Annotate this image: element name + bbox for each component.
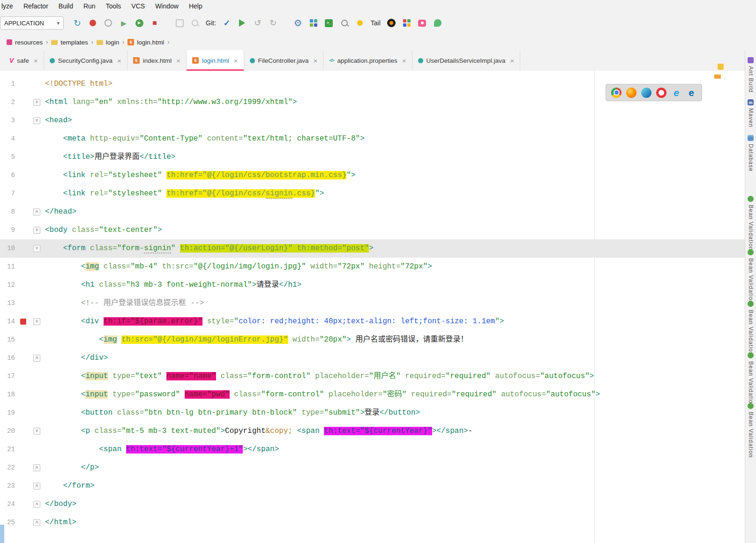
tab-login.html[interactable]: 5login.html× <box>187 50 244 71</box>
line-number[interactable]: 3 <box>0 112 15 130</box>
line-number[interactable]: 18 <box>0 386 15 404</box>
fold-marker-icon[interactable]: ∧ <box>33 464 40 471</box>
edge-icon[interactable] <box>641 88 651 98</box>
fold-marker-icon[interactable]: ∨ <box>33 99 40 106</box>
close-icon[interactable]: × <box>402 57 406 65</box>
code-line[interactable]: 17 <input type="text" name="name" class=… <box>0 367 745 386</box>
edgeold-icon[interactable]: e <box>686 88 696 98</box>
code-line[interactable]: 14∨ <div th:if="${param.error}" style="c… <box>0 312 745 331</box>
logo-q-icon[interactable] <box>387 18 396 28</box>
tool-stripe-bean-validation[interactable]: Bean Validation <box>745 352 756 407</box>
menu-item-help[interactable]: Help <box>184 2 208 10</box>
code-line[interactable]: 24∧</body> <box>0 495 745 513</box>
line-number[interactable]: 15 <box>0 331 15 349</box>
line-number[interactable]: 19 <box>0 404 15 422</box>
code-line[interactable]: 3∨<head> <box>0 112 745 130</box>
menu-item-window[interactable]: Window <box>150 2 184 10</box>
line-number[interactable]: 4 <box>0 130 15 148</box>
tab-FileController.java[interactable]: FileController.java× <box>244 50 324 71</box>
line-number[interactable]: 8 <box>0 203 15 221</box>
code-line[interactable]: 9∨<body class="text-center"> <box>0 221 745 239</box>
editor[interactable]: 1<!DOCTYPE html>2∨<html lang="en" xmlns:… <box>0 71 745 543</box>
line-number[interactable]: 10 <box>0 239 15 258</box>
menu-item-tools[interactable]: Tools <box>101 2 127 10</box>
logo-grid-icon[interactable] <box>402 18 412 28</box>
breadcrumb-item-login.html[interactable]: 5login.html <box>127 39 164 46</box>
tab-SecurityConfig.java[interactable]: SecurityConfig.java× <box>44 50 127 71</box>
line-number[interactable]: 11 <box>0 258 15 276</box>
code-line[interactable]: 19 <button class="btn btn-lg btn-primary… <box>0 404 745 422</box>
fold-marker-icon[interactable]: ∨ <box>33 318 40 325</box>
line-number[interactable]: 17 <box>0 367 15 386</box>
line-number[interactable]: 1 <box>0 75 15 93</box>
menu-item-refactor[interactable]: Refactor <box>18 2 53 10</box>
close-icon[interactable]: × <box>314 57 318 65</box>
code-line[interactable]: 25∧</html> <box>0 513 745 532</box>
tool-stripe-bean-validation[interactable]: Bean Validation <box>745 403 756 458</box>
menu-item-build[interactable]: Build <box>53 2 78 10</box>
code-line[interactable]: 11 <img class="mb-4" th:src="@{/login/im… <box>0 258 745 276</box>
breakpoint-icon[interactable] <box>20 319 26 325</box>
settings-gear-icon[interactable]: ⚙ <box>293 18 303 28</box>
code-line[interactable]: 20∨ <p class="mt-5 mb-3 text-muted">Copy… <box>0 422 745 440</box>
breadcrumb-item-templates[interactable]: templates <box>51 39 88 46</box>
fold-marker-icon[interactable]: ∧ <box>33 501 40 508</box>
debug-icon[interactable] <box>88 18 97 28</box>
code-line[interactable]: 23∧ </form> <box>0 477 745 495</box>
line-number[interactable]: 14 <box>0 312 15 331</box>
fold-marker-icon[interactable]: ∧ <box>33 208 40 216</box>
line-number[interactable]: 22 <box>0 459 15 477</box>
line-number[interactable]: 2 <box>0 93 15 112</box>
line-number[interactable]: 21 <box>0 440 15 459</box>
firefox-icon[interactable] <box>626 88 636 98</box>
line-number[interactable]: 6 <box>0 166 15 185</box>
run-icon[interactable]: ▶ <box>119 18 128 28</box>
fold-marker-icon[interactable]: ∨ <box>33 428 40 435</box>
line-number[interactable]: 13 <box>0 294 15 312</box>
menu-item-vcs[interactable]: VCS <box>126 2 150 10</box>
line-number[interactable]: 5 <box>0 148 15 166</box>
menu-item-lyze[interactable]: lyze <box>0 2 18 10</box>
inspections-widget[interactable] <box>718 64 724 70</box>
code-line[interactable]: 6 <link rel="stylesheet" th:href="@{/log… <box>0 166 745 185</box>
tool-stripe-bean-validation[interactable]: Bean Validation <box>745 196 756 251</box>
tool-stripe-maven[interactable]: mMaven <box>745 99 756 127</box>
logo-pink-icon[interactable] <box>418 18 427 28</box>
line-number[interactable]: 20 <box>0 422 15 440</box>
rerun-icon[interactable]: ▶ <box>135 18 144 28</box>
line-number[interactable]: 16 <box>0 349 15 367</box>
fold-marker-icon[interactable]: ∧ <box>33 355 40 362</box>
code-line[interactable]: 18 <input type="password" name="pwd" cla… <box>0 386 745 404</box>
code-line[interactable]: 15 <img th:src="@{/login/img/loginError.… <box>0 331 745 349</box>
tool-stripe-ant-build[interactable]: Ant Build <box>745 57 756 93</box>
close-icon[interactable]: × <box>510 57 514 65</box>
tool-stripe-bean-validation[interactable]: Bean Validation <box>745 301 756 356</box>
sync-icon[interactable]: ↻ <box>73 18 82 28</box>
tab-safe[interactable]: Vsafe× <box>4 50 44 71</box>
tab-UserDetailsServiceImpl.java[interactable]: UserDetailsServiceImpl.java× <box>412 50 521 71</box>
code-line[interactable]: 22∧ </p> <box>0 459 745 477</box>
chrome-icon[interactable] <box>611 88 621 98</box>
logo-plant-icon[interactable] <box>433 18 442 28</box>
fold-marker-icon[interactable]: ∧ <box>33 519 40 526</box>
search-everywhere-icon[interactable] <box>340 18 349 28</box>
code-line[interactable]: 4 <meta http-equiv="Content-Type" conten… <box>0 130 745 148</box>
run-config-select[interactable]: APPLICATION ▾ <box>0 16 64 30</box>
code-line[interactable]: 10∨ <form class="form-signin" th:action=… <box>0 239 745 258</box>
error-stripe-mark[interactable] <box>714 74 721 79</box>
profiler-icon[interactable] <box>104 18 113 28</box>
vcs-revert-icon[interactable]: ↻ <box>269 18 278 28</box>
line-number[interactable]: 12 <box>0 276 15 294</box>
vcs-update-icon[interactable]: ✓ <box>222 18 232 28</box>
close-icon[interactable]: × <box>117 57 121 65</box>
plugins-grid-icon[interactable] <box>309 18 318 28</box>
line-number[interactable]: 9 <box>0 221 15 239</box>
fold-marker-icon[interactable]: ∨ <box>33 227 40 234</box>
code-line[interactable]: 12 <h1 class="h3 mb-3 font-weight-normal… <box>0 276 745 294</box>
code-line[interactable]: 5 <title>用户登录界面</title> <box>0 148 745 166</box>
code-line[interactable]: 21 <span th:text="${currentYear}+1"></sp… <box>0 440 745 459</box>
line-number[interactable]: 23 <box>0 477 15 495</box>
tail-label[interactable]: Tail <box>371 19 381 27</box>
close-icon[interactable]: × <box>176 57 180 65</box>
code-line[interactable]: 16∧ </div> <box>0 349 745 367</box>
